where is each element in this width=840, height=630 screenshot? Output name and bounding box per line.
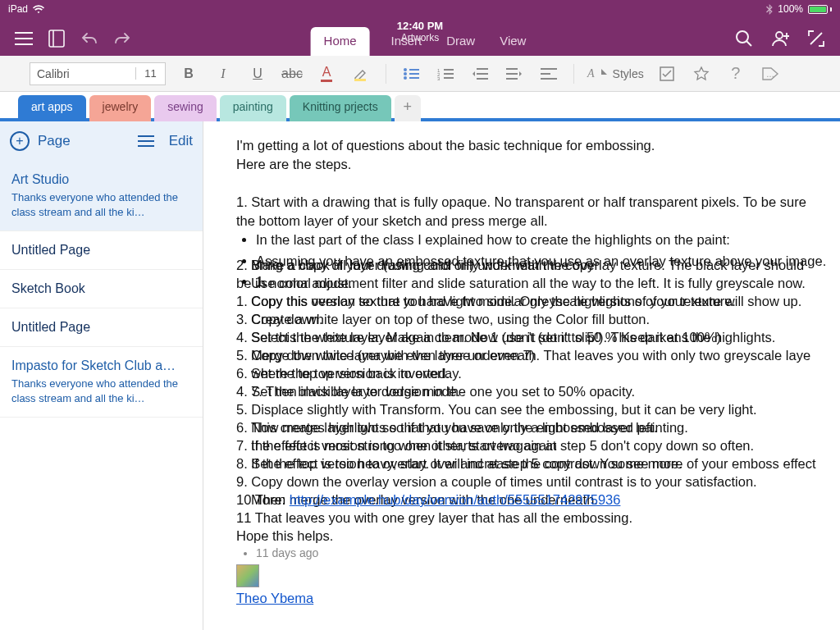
page-list-panel: + Page Edit Art StudioThanks everyone wh… — [0, 121, 203, 630]
page-list-item[interactable]: Untitled Page — [0, 308, 203, 347]
svg-text:…: … — [766, 70, 774, 79]
page-title: Art Studio — [11, 172, 191, 187]
section-tab-1[interactable]: jewelry — [89, 95, 152, 121]
section-tab-0[interactable]: art apps — [18, 95, 86, 121]
page-list-item[interactable]: Sketch Book — [0, 270, 203, 308]
ribbon-tabs: Home Insert Draw View — [311, 27, 530, 56]
todo-checkbox-button[interactable] — [655, 62, 678, 85]
share-person-icon[interactable] — [771, 30, 789, 48]
svg-rect-0 — [49, 30, 64, 47]
svg-point-8 — [404, 76, 407, 80]
tag-star-button[interactable] — [690, 62, 713, 85]
numbering-button[interactable]: 123 — [434, 62, 457, 85]
bluetooth-icon — [766, 4, 773, 15]
add-section-button[interactable]: + — [395, 95, 421, 121]
page-preview: Thanks everyone who attended the class s… — [11, 190, 191, 219]
more-tag-button[interactable]: … — [759, 62, 782, 85]
font-picker[interactable]: Calibri 11 — [30, 62, 166, 85]
outdent-button[interactable] — [468, 62, 491, 85]
page-list-item[interactable]: Untitled Page — [0, 231, 203, 270]
avatar[interactable] — [236, 564, 259, 587]
svg-point-7 — [404, 72, 407, 75]
svg-line-3 — [746, 41, 751, 46]
page-preview: Thanks everyone who attended the class s… — [11, 377, 191, 405]
meta-bullet: 11 days ago — [236, 546, 829, 562]
help-button[interactable]: ? — [724, 62, 747, 85]
add-page-button[interactable]: + — [10, 131, 30, 151]
app-title-bar: 12:40 PM Artworks Home Insert Draw View — [0, 18, 840, 56]
styles-button[interactable]: AStyles — [587, 67, 644, 80]
redo-icon[interactable] — [113, 30, 131, 48]
section-tab-4[interactable]: Knitting prjects — [290, 95, 391, 121]
page-list: Art StudioThanks everyone who attended t… — [0, 161, 203, 418]
main-split: + Page Edit Art StudioThanks everyone wh… — [0, 121, 840, 630]
text-block-2[interactable]: 2. Bring a black fill layer (using color… — [236, 256, 829, 545]
wifi-icon — [33, 5, 44, 14]
section-tab-2[interactable]: sewing — [154, 95, 217, 121]
strike-button[interactable]: abc — [281, 62, 304, 85]
undo-icon[interactable] — [80, 30, 98, 48]
timestamp: 11 days ago — [256, 546, 829, 562]
page-title: Untitled Page — [11, 320, 191, 335]
svg-text:3: 3 — [437, 76, 441, 80]
page-label[interactable]: Page — [38, 133, 71, 149]
tab-home[interactable]: Home — [311, 27, 370, 56]
hamburger-icon[interactable] — [15, 30, 33, 48]
page-list-header: + Page Edit — [0, 121, 203, 161]
indent-button[interactable] — [503, 62, 526, 85]
device-label: iPad — [8, 3, 28, 15]
bullets-button[interactable] — [399, 62, 422, 85]
bold-button[interactable]: B — [177, 62, 200, 85]
note-canvas[interactable]: I'm getting a lot of questions about the… — [203, 121, 840, 630]
svg-point-4 — [776, 32, 783, 39]
separator — [386, 64, 386, 84]
underline-button[interactable]: U — [246, 62, 269, 85]
page-title: Sketch Book — [11, 281, 191, 296]
svg-rect-5 — [354, 79, 366, 81]
page-list-item[interactable]: Art StudioThanks everyone who attended t… — [0, 161, 203, 231]
font-size[interactable]: 11 — [135, 67, 165, 80]
separator — [573, 64, 574, 84]
edit-pages-button[interactable]: Edit — [169, 133, 193, 149]
font-name[interactable]: Calibri — [30, 67, 135, 80]
fullscreen-icon[interactable] — [807, 30, 825, 48]
author-link[interactable]: Theo Ybema — [236, 589, 829, 608]
battery-percent: 100% — [778, 3, 803, 15]
tab-draw[interactable]: Draw — [443, 27, 478, 56]
notebook-icon[interactable] — [48, 30, 66, 48]
align-button[interactable] — [537, 62, 560, 85]
page-list-item[interactable]: Impasto for Sketch Club a…Thanks everyon… — [0, 347, 203, 418]
highlight-button[interactable] — [349, 62, 372, 85]
svg-point-6 — [404, 68, 407, 71]
page-title: Untitled Page — [11, 243, 191, 258]
tab-view[interactable]: View — [496, 27, 529, 56]
ios-status-bar: iPad 100% — [0, 0, 840, 18]
battery-icon — [808, 5, 832, 14]
format-toolbar: Calibri 11 B I U abc A 123 AStyles ? … — [0, 56, 840, 92]
tab-insert[interactable]: Insert — [388, 27, 426, 56]
list-view-icon[interactable] — [138, 135, 154, 147]
svg-point-2 — [737, 31, 748, 43]
search-icon[interactable] — [735, 30, 753, 48]
section-tabs: art appsjewelrysewingpaintingKnitting pr… — [0, 92, 840, 121]
page-title: Impasto for Sketch Club a… — [11, 358, 191, 373]
font-color-button[interactable]: A — [315, 62, 338, 85]
text-block-1[interactable]: I'm getting a lot of questions about the… — [236, 136, 829, 231]
italic-button[interactable]: I — [212, 62, 235, 85]
section-tab-3[interactable]: painting — [220, 95, 286, 121]
